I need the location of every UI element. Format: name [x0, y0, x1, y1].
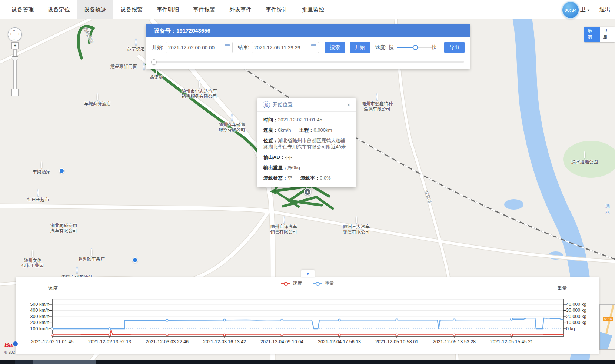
play-button[interactable]: 开始: [350, 42, 370, 53]
tab-device-alarm[interactable]: 设备报警: [113, 0, 150, 19]
poi-label: 季梁酒家: [33, 169, 50, 175]
poi-label: 金属有限公司: [362, 106, 393, 112]
export-button[interactable]: 导出: [444, 42, 465, 53]
start-time-value: 2021-12-02 00:00:00: [168, 45, 225, 50]
tab-device-management[interactable]: 设备管理: [4, 0, 41, 19]
poi-icon[interactable]: [76, 266, 78, 274]
zoom-slider-handle[interactable]: [12, 56, 18, 60]
poi-icon[interactable]: [32, 250, 33, 257]
poi-label: 车城商务酒店: [84, 101, 111, 107]
tab-event-alarm[interactable]: 事件报警: [186, 0, 222, 19]
poi-icon[interactable]: [356, 216, 357, 224]
poi-label: 漂水湿地公园: [571, 159, 598, 165]
end-time-input[interactable]: 2021-12-06 11:29:29: [252, 42, 319, 53]
road-number-badge: G316: [603, 317, 613, 321]
start-position-popup: 起 开始位置 × 时间：2021-12-02 11:01:45 速度：0km/h…: [257, 98, 356, 187]
playback-speed-slider[interactable]: [397, 45, 428, 50]
poi-yipin: 意品豪轩门窗: [143, 63, 145, 70]
legend-item-speed[interactable]: 速度: [281, 280, 302, 287]
poi-qixiang: 随州启祥汽车销售有限公司: [270, 217, 297, 235]
poi-sanren: 随州三人汽车销售有限公司: [343, 217, 370, 235]
popup-row-location: 位置：湖北省随州市曾都区鹿鹤大道辅路湖北华仁专用汽车有限公司附近48米: [263, 137, 350, 150]
poi-dot[interactable]: [132, 257, 138, 263]
poi-label: 红日子超市: [27, 197, 49, 203]
popup-row-speed: 速度：0km/h里程：0.000km: [263, 127, 350, 133]
map-type-satellite[interactable]: 卫星: [600, 27, 615, 42]
zoom-out-button[interactable]: −: [11, 89, 19, 96]
poi-label: 意品豪轩门窗: [110, 63, 137, 70]
chart-collapse-button[interactable]: ▼: [301, 270, 315, 277]
legend-item-weight[interactable]: 重量: [313, 280, 334, 287]
nav-tabs: 设备管理 设备定位 设备轨迹 设备报警 事件明细 事件报警 外设事件 事件统计 …: [0, 0, 615, 19]
calendar-icon[interactable]: [225, 44, 230, 50]
poi-icon[interactable]: [143, 63, 145, 70]
poi-icon[interactable]: [37, 189, 39, 197]
poi-suning: 苏宁快递: [127, 39, 145, 52]
search-button[interactable]: 搜索: [325, 42, 345, 53]
baidu-logo-circle: [13, 341, 18, 346]
poi-label: 苏宁快递: [127, 46, 145, 52]
poi-icon[interactable]: [376, 93, 378, 101]
right-tick: 40,000 kg: [566, 302, 598, 307]
pan-up-icon[interactable]: ▴: [13, 28, 15, 31]
x-axis-label: 2021-12-04 09:10:04: [260, 339, 303, 344]
progress-handle[interactable]: [151, 59, 157, 65]
x-axis-label: 2021-12-02 11:01:45: [31, 339, 73, 344]
start-time-input[interactable]: 2021-12-02 00:00:00: [166, 42, 233, 53]
user-menu[interactable]: 卫▼: [580, 0, 590, 20]
map-type-map[interactable]: 地图: [584, 27, 600, 42]
pan-left-icon[interactable]: ◂: [10, 32, 11, 36]
zoom-in-button[interactable]: +: [11, 42, 19, 49]
start-position-marker[interactable]: ▲: [304, 188, 311, 196]
poi-label: 腾誉随车吊厂: [78, 256, 105, 262]
end-time-value: 2021-12-06 11:29:29: [254, 45, 311, 50]
poi-dot[interactable]: [59, 168, 64, 174]
pan-right-icon[interactable]: ▸: [19, 32, 20, 36]
poi-icon[interactable]: [199, 80, 200, 88]
poi-icon[interactable]: [91, 248, 92, 256]
legend-line-icon: [313, 283, 322, 284]
poi-icon[interactable]: [231, 114, 233, 121]
speed-fast-label: 快: [432, 44, 437, 51]
baidu-logo: Bai: [4, 341, 14, 348]
poi-icon[interactable]: [135, 38, 137, 46]
overview-inset-map[interactable]: G316: [599, 304, 615, 350]
tab-event-stats[interactable]: 事件统计: [259, 0, 295, 19]
top-navbar: 设备管理 设备定位 设备轨迹 设备报警 事件明细 事件报警 外设事件 事件统计 …: [0, 0, 615, 19]
left-tick: 400 km/h: [26, 308, 49, 313]
progress-track[interactable]: [152, 61, 464, 63]
poi-wetland-park: 漂水湿地公园: [571, 152, 598, 165]
water-label: 漂水: [605, 203, 611, 215]
inset-water: [599, 332, 612, 350]
tab-batch-monitor[interactable]: 批量监控: [295, 0, 331, 19]
calendar-icon[interactable]: [311, 44, 316, 50]
poi-tengyu: 腾誉随车吊厂: [78, 249, 105, 262]
popup-row-ad: 输出AD：-|-|-: [263, 154, 350, 160]
zoom-slider-track[interactable]: [13, 49, 17, 89]
poi-checheng: 车城商务酒店: [84, 94, 111, 107]
poi-icon[interactable]: [584, 151, 585, 159]
x-axis-label: 2021-12-05 10:58:01: [375, 339, 418, 344]
poi-icon[interactable]: [41, 161, 42, 169]
right-tick: 30,000 kg: [566, 308, 598, 313]
speed-slider-handle[interactable]: [413, 45, 418, 50]
tab-device-location[interactable]: 设备定位: [41, 0, 77, 19]
timer-badge: 00:34: [562, 1, 579, 19]
tab-device-track[interactable]: 设备轨迹: [77, 0, 113, 19]
chart-card: 速度 重量 速度 重量 500 km/h 400 km/h 300 km/h 2…: [16, 277, 599, 354]
poi-jiliang: 季梁酒家: [33, 162, 50, 175]
tab-event-detail[interactable]: 事件明细: [150, 0, 186, 19]
tab-peripheral-event[interactable]: 外设事件: [222, 0, 259, 19]
poi-label: 销售有限公司: [270, 229, 297, 235]
poi-icon[interactable]: [283, 216, 285, 224]
poi-label: 汽车有限公司: [50, 228, 77, 234]
poi-label: 销售有限公司: [343, 229, 370, 235]
map-attribution: Bai © 202: [4, 341, 18, 354]
pan-down-icon[interactable]: ▾: [13, 37, 15, 41]
close-icon[interactable]: ×: [347, 102, 350, 108]
map-pan-control[interactable]: ▴ ▾ ◂ ▸: [8, 27, 22, 41]
logout-button[interactable]: 退出: [599, 0, 611, 19]
poi-wenti: 随州文体包装工业园: [21, 250, 44, 268]
poi-icon[interactable]: [97, 93, 98, 101]
left-tick: 100 km/h: [26, 326, 49, 332]
